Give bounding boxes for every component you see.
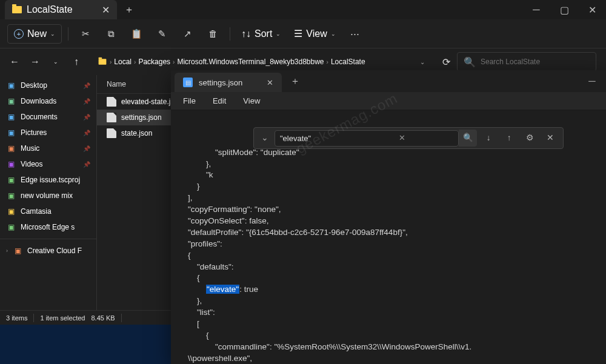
picture-icon: ▣ — [6, 128, 16, 137]
search-highlight: "elevate" — [206, 285, 239, 294]
maximize-button[interactable]: ▢ — [550, 0, 578, 19]
prev-match-icon[interactable]: ↑ — [500, 130, 518, 147]
sidebar-item[interactable]: ▣Desktop📌 — [0, 78, 96, 93]
divider — [121, 314, 122, 322]
sidebar-item[interactable]: ▣Videos📌 — [0, 156, 96, 172]
delete-icon[interactable]: 🗑 — [202, 23, 224, 45]
pin-icon: 📌 — [83, 114, 90, 121]
chevron-right-icon: › — [327, 59, 328, 65]
folder-icon — [99, 59, 107, 65]
find-input[interactable] — [275, 130, 459, 147]
sidebar-item[interactable]: ▣Camtasia — [0, 204, 96, 219]
divider — [33, 314, 34, 322]
pin-icon: 📌 — [83, 98, 90, 105]
download-icon: ▣ — [6, 96, 16, 106]
up-button[interactable]: ↑ — [67, 52, 86, 71]
crumb[interactable]: LocalState — [331, 58, 365, 66]
desktop-icon: ▣ — [6, 81, 16, 90]
options-icon[interactable]: ⚙ — [521, 130, 539, 147]
sidebar-label: Creative Cloud F — [27, 247, 82, 255]
view-button[interactable]: ☰ View ⌄ — [289, 28, 340, 39]
chevron-down-icon[interactable]: ⌄ — [420, 59, 425, 65]
sidebar-item[interactable]: ▣Downloads📌 — [0, 93, 96, 109]
sort-button[interactable]: ↑↓ Sort ⌄ — [236, 28, 285, 39]
document-icon: ▣ — [6, 112, 16, 122]
more-button[interactable]: ⋯ — [344, 23, 366, 45]
paste-icon[interactable]: 📋 — [125, 23, 147, 45]
search-icon: 🔍 — [464, 56, 476, 68]
search-icon[interactable]: 🔍 — [459, 130, 477, 147]
refresh-button[interactable]: ⟳ — [436, 52, 456, 71]
pin-icon: 📌 — [83, 145, 90, 152]
sidebar-item[interactable]: ▣Documents📌 — [0, 109, 96, 125]
notepad-menu: File Edit View — [171, 92, 606, 110]
search-input[interactable] — [481, 58, 590, 66]
file-name: state.json — [121, 129, 152, 137]
chevron-right-icon: › — [173, 59, 175, 65]
sidebar-item[interactable]: ▣Pictures📌 — [0, 125, 96, 141]
file-icon: ▣ — [6, 175, 16, 185]
editor[interactable]: ⌄ ✕ 🔍 ↓ ↑ ⚙ ✕ "splitMode": "duplicate" }… — [171, 110, 606, 364]
close-tab-icon[interactable]: ✕ — [102, 4, 110, 16]
rename-icon[interactable]: ✎ — [151, 23, 173, 45]
sidebar-label: Downloads — [21, 97, 56, 105]
sidebar-item[interactable]: ▣Microsoft Edge s — [0, 219, 96, 235]
close-window-button[interactable]: ✕ — [578, 0, 606, 19]
new-button[interactable]: + New ⌄ — [7, 24, 62, 44]
sidebar-item[interactable]: ▣Edge issue.tscproj — [0, 172, 96, 188]
expand-icon[interactable]: ⌄ — [258, 133, 272, 144]
share-icon[interactable]: ↗ — [176, 23, 198, 45]
breadcrumb[interactable]: › Local › Packages › Microsoft.WindowsTe… — [92, 52, 430, 71]
forward-button[interactable]: → — [25, 52, 45, 71]
chevron-down-icon: ⌄ — [50, 31, 55, 37]
search-box[interactable]: 🔍 — [457, 52, 596, 71]
file-icon: ▣ — [6, 191, 16, 200]
close-tab-icon[interactable]: ✕ — [267, 78, 273, 87]
chevron-right-icon: › — [6, 248, 8, 254]
menu-view[interactable]: View — [236, 94, 267, 108]
crumb[interactable]: Local — [114, 58, 132, 66]
file-icon — [107, 113, 116, 122]
new-tab-button[interactable]: ＋ — [290, 75, 300, 88]
clear-icon[interactable]: ✕ — [399, 133, 405, 144]
recent-button[interactable]: ⌄ — [46, 52, 65, 71]
menu-file[interactable]: File — [176, 94, 203, 108]
sidebar: ▣Desktop📌▣Downloads📌▣Documents📌▣Pictures… — [0, 75, 97, 310]
minimize-button[interactable]: ─ — [522, 0, 550, 19]
plus-icon: + — [14, 29, 24, 39]
crumb[interactable]: Microsoft.WindowsTerminal_8wekyb3d8bbwe — [177, 58, 324, 66]
next-match-icon[interactable]: ↓ — [479, 130, 498, 147]
sidebar-label: Music — [21, 144, 39, 153]
pin-icon: 📌 — [83, 82, 90, 89]
column-name: Name — [107, 80, 126, 88]
chevron-down-icon: ⌄ — [331, 31, 336, 37]
folder-icon: ▣ — [13, 246, 22, 256]
sidebar-label: new volume mix — [21, 191, 73, 200]
notepad-titlebar: ▤ settings.json ✕ ＋ ─ — [171, 70, 606, 92]
folder-icon: ▣ — [6, 207, 16, 216]
view-icon: ☰ — [294, 28, 302, 39]
view-label: View — [306, 28, 327, 39]
sidebar-item[interactable]: ›▣Creative Cloud F — [0, 243, 96, 259]
close-find-icon[interactable]: ✕ — [541, 130, 559, 147]
crumb[interactable]: Packages — [138, 58, 170, 66]
sidebar-label: Camtasia — [21, 207, 52, 216]
back-button[interactable]: ← — [5, 52, 24, 71]
notepad-icon: ▤ — [183, 78, 193, 87]
sidebar-label: Desktop — [21, 81, 47, 90]
file-icon — [107, 128, 116, 138]
pin-icon: 📌 — [83, 130, 90, 136]
tab-title: LocalState — [27, 4, 73, 15]
minimize-button[interactable]: ─ — [578, 71, 606, 91]
sidebar-item[interactable]: ▣Music📌 — [0, 141, 96, 156]
copy-icon[interactable]: ⧉ — [100, 23, 122, 45]
divider — [68, 27, 68, 41]
sidebar-label: Pictures — [21, 128, 47, 137]
cut-icon[interactable]: ✂ — [75, 23, 96, 45]
notepad-tab[interactable]: ▤ settings.json ✕ — [175, 73, 282, 92]
explorer-toolbar: + New ⌄ ✂ ⧉ 📋 ✎ ↗ 🗑 ↑↓ Sort ⌄ ☰ View ⌄ ⋯ — [0, 19, 606, 48]
new-tab-button[interactable]: ＋ — [124, 4, 134, 16]
menu-edit[interactable]: Edit — [205, 94, 233, 108]
sidebar-item[interactable]: ▣new volume mix — [0, 188, 96, 204]
explorer-tab[interactable]: LocalState ✕ — [5, 0, 117, 19]
